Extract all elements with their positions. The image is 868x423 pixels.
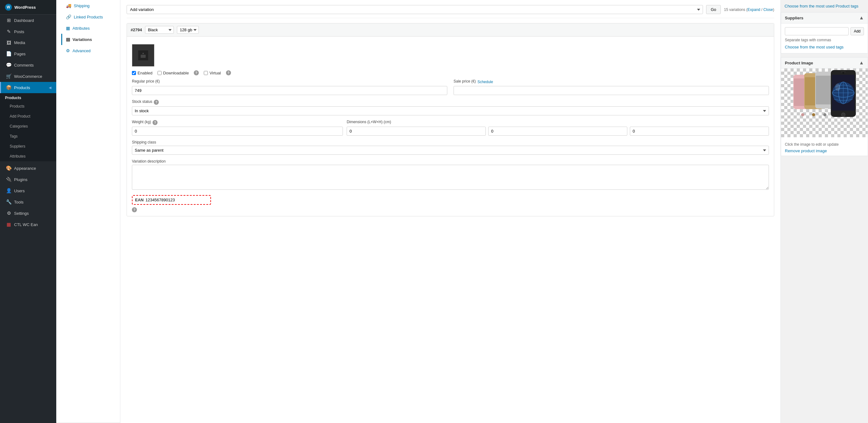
subnav-variations[interactable]: ▤ Variations: [61, 34, 115, 45]
product-image-title: Product Image: [785, 61, 813, 65]
variation-item: #2794 Black White Gold Rose Gold 128 gb …: [127, 23, 774, 216]
dimension-w-input[interactable]: [488, 127, 627, 136]
variation-desc-textarea[interactable]: [132, 165, 769, 190]
variation-desc-label: Variation description: [132, 159, 769, 163]
sidebar-item-label: Media: [14, 40, 25, 45]
svg-rect-2: [141, 55, 146, 58]
suppliers-section-header: Suppliers ▲: [781, 12, 868, 24]
sidebar-item-label: Tools: [14, 200, 24, 205]
advanced-icon: ⚙: [66, 48, 70, 53]
stock-status-help-icon[interactable]: ?: [154, 100, 159, 105]
close-link[interactable]: Close: [763, 7, 773, 12]
sale-price-row: Sale price (€) Schedule: [454, 79, 769, 95]
weight-help-icon[interactable]: ?: [153, 120, 158, 125]
color-select[interactable]: Black White Gold Rose Gold: [145, 26, 174, 34]
downloadable-checkbox[interactable]: [158, 71, 162, 75]
svg-point-11: [823, 113, 827, 116]
enabled-checkbox-label[interactable]: Enabled: [132, 71, 153, 75]
sidebar-item-label: Settings: [14, 211, 29, 216]
enabled-label: Enabled: [137, 71, 153, 75]
virtual-help-icon[interactable]: ?: [226, 70, 231, 75]
dimensions-inputs: [347, 127, 769, 136]
sidebar-item-label: Comments: [14, 63, 34, 67]
variation-id: #2794: [131, 28, 142, 32]
suppliers-toggle[interactable]: ▲: [859, 15, 864, 21]
submenu-products[interactable]: Products: [0, 101, 56, 111]
sidebar: W WordPress ⊞ Dashboard ✎ Posts 🖼 Media …: [0, 0, 56, 423]
attributes-icon: ▦: [66, 26, 70, 31]
sidebar-item-comments[interactable]: 💬 Comments: [0, 59, 56, 71]
sidebar-item-ctl-wc-ean[interactable]: ▦ CTL WC Ean: [0, 219, 56, 230]
subnav-label: Variations: [72, 37, 92, 42]
sidebar-item-label: Pages: [14, 52, 26, 56]
ean-help-icon[interactable]: ?: [132, 207, 137, 212]
sidebar-item-tools[interactable]: 🔧 Tools: [0, 197, 56, 208]
downloadable-checkbox-label[interactable]: Downloadable: [158, 71, 189, 75]
dimension-l-input[interactable]: [347, 127, 486, 136]
subnav-attributes[interactable]: ▦ Attributes: [61, 23, 115, 34]
choose-product-tags-link[interactable]: Choose from the most used Product tags: [784, 4, 858, 8]
ean-section: EAN ?: [132, 195, 769, 212]
submenu-tags[interactable]: Tags: [0, 131, 56, 141]
product-image-container[interactable]: [781, 68, 868, 137]
suppliers-add-button[interactable]: Add: [850, 27, 864, 35]
variation-desc-row: Variation description: [132, 159, 769, 191]
subnav-label: Attributes: [72, 26, 90, 31]
choose-tags-link[interactable]: Choose from the most used tags: [785, 45, 844, 50]
schedule-link[interactable]: Schedule: [477, 80, 493, 84]
add-variation-select[interactable]: Add variation: [127, 5, 703, 14]
virtual-checkbox[interactable]: [204, 71, 208, 75]
subnav-advanced[interactable]: ⚙ Advanced: [61, 45, 115, 56]
variation-image[interactable]: [132, 44, 154, 67]
remove-product-image-link[interactable]: Remove product image: [785, 149, 827, 153]
shipping-class-select[interactable]: Same as parent No shipping class: [132, 146, 769, 155]
sidebar-item-label: Posts: [14, 29, 24, 34]
svg-point-8: [812, 113, 815, 116]
sidebar-item-woocommerce[interactable]: 🛒 WooCommerce: [0, 71, 56, 82]
product-image-body: Click the image to edit or update Remove…: [781, 68, 868, 156]
svg-point-19: [835, 84, 840, 91]
storage-select[interactable]: 128 gb 256 gb 64 gb: [177, 26, 199, 34]
product-image-caption: Click the image to edit or update: [785, 142, 864, 147]
variation-checkboxes: Enabled Downloadable ? Virtual ?: [132, 70, 769, 75]
sale-price-input[interactable]: [454, 86, 769, 95]
sidebar-item-label: WooCommerce: [14, 74, 42, 79]
suppliers-tag-input[interactable]: [785, 27, 848, 35]
sidebar-item-appearance[interactable]: 🎨 Appearance: [0, 162, 56, 174]
sidebar-item-posts[interactable]: ✎ Posts: [0, 26, 56, 37]
ean-input[interactable]: [145, 198, 208, 202]
subnav-linked-products[interactable]: 🔗 Linked Products: [61, 11, 115, 23]
users-icon: 👤: [6, 188, 11, 193]
sale-price-label: Sale price (€): [454, 79, 476, 84]
sidebar-item-users[interactable]: 👤 Users: [0, 185, 56, 197]
price-row: Regular price (€) Sale price (€) Schedul…: [132, 79, 769, 99]
submenu-add-product[interactable]: Add Product: [0, 111, 56, 121]
sidebar-item-dashboard[interactable]: ⊞ Dashboard: [0, 15, 56, 26]
submenu-categories[interactable]: Categories: [0, 121, 56, 131]
sidebar-item-pages[interactable]: 📄 Pages: [0, 48, 56, 59]
product-image-toggle[interactable]: ▲: [859, 60, 864, 66]
product-subnav: 🚚 Shipping 🔗 Linked Products ▦ Attribute…: [56, 0, 120, 423]
subnav-shipping[interactable]: 🚚 Shipping: [61, 0, 115, 11]
expand-link[interactable]: Expand: [748, 7, 761, 12]
sidebar-item-label: Products: [14, 85, 30, 90]
go-button[interactable]: Go: [706, 5, 721, 14]
submenu-attributes[interactable]: Attributes: [0, 151, 56, 161]
dimension-h-input[interactable]: [630, 127, 769, 136]
regular-price-input[interactable]: [132, 86, 447, 95]
sidebar-item-plugins[interactable]: 🔌 Plugins: [0, 174, 56, 185]
variation-item-header: #2794 Black White Gold Rose Gold 128 gb …: [127, 24, 774, 37]
weight-input[interactable]: [132, 127, 343, 136]
downloadable-help-icon[interactable]: ?: [194, 70, 199, 75]
main-area: 🚚 Shipping 🔗 Linked Products ▦ Attribute…: [56, 0, 868, 423]
sidebar-item-settings[interactable]: ⚙ Settings: [0, 208, 56, 219]
stock-status-select[interactable]: In stock Out of stock On backorder: [132, 106, 769, 115]
virtual-checkbox-label[interactable]: Virtual: [204, 71, 221, 75]
dashboard-icon: ⊞: [6, 18, 11, 23]
variations-content: Add variation Go 15 variations (Expand /…: [120, 0, 780, 423]
sidebar-item-media[interactable]: 🖼 Media: [0, 37, 56, 48]
sidebar-item-products[interactable]: 📦 Products ◀: [0, 82, 56, 93]
subnav-label: Advanced: [72, 49, 91, 53]
submenu-suppliers[interactable]: Suppliers: [0, 141, 56, 151]
enabled-checkbox[interactable]: [132, 71, 136, 75]
